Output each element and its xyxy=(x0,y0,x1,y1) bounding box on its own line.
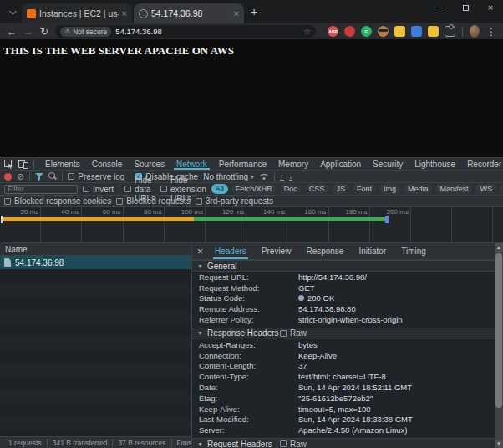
record-button[interactable] xyxy=(4,173,12,181)
header-value: GET xyxy=(298,283,495,293)
browser-menu-button[interactable]: ⋮ xyxy=(486,26,496,38)
raw-checkbox[interactable] xyxy=(280,440,287,447)
details-tab-response[interactable]: Response xyxy=(299,243,350,259)
browser-toolbar: ← → ↻ ⚠ Not secure 54.174.36.98 ☆ ABPG..… xyxy=(0,23,503,39)
devtools-tab-security[interactable]: Security xyxy=(367,158,409,170)
throttling-dropdown[interactable]: No throttling ▾ xyxy=(203,172,254,181)
devtools-tab-application[interactable]: Application xyxy=(314,158,367,170)
screenshot-icon[interactable]: ... xyxy=(394,26,405,37)
preserve-log-toggle[interactable]: Preserve log xyxy=(68,172,124,181)
inspect-element-icon[interactable] xyxy=(4,160,13,169)
devtools-tab-recorder[interactable]: RecorderΔ xyxy=(461,158,503,170)
browser-tab[interactable]: 54.174.36.98× xyxy=(134,3,244,23)
header-row: Referrer Policy:strict-origin-when-cross… xyxy=(192,314,495,325)
hide-data-urls-checkbox[interactable] xyxy=(124,186,131,192)
clear-icon[interactable]: ⊘ xyxy=(17,172,24,181)
hide-extension-urls-checkbox[interactable] xyxy=(160,186,167,192)
details-tab-headers[interactable]: Headers xyxy=(208,243,253,259)
tab-search-button[interactable] xyxy=(5,6,18,19)
column-header-name[interactable]: Name xyxy=(0,243,191,256)
invert-checkbox[interactable] xyxy=(83,186,89,192)
new-tab-button[interactable]: + xyxy=(251,5,257,18)
section-header[interactable]: ▼General xyxy=(192,260,495,272)
timeline-gridline: 140 ms xyxy=(246,207,287,242)
sticky-note-icon[interactable] xyxy=(428,26,439,37)
minimize-button[interactable]: − xyxy=(428,0,453,15)
devtools-tab-lighthouse[interactable]: Lighthouse xyxy=(409,158,461,170)
bookmark-star-icon[interactable]: ☆ xyxy=(303,27,311,36)
type-chip-css[interactable]: CSS xyxy=(305,184,329,194)
option-toggle[interactable]: Blocked response cookies xyxy=(4,196,111,206)
extensions-puzzle-icon[interactable] xyxy=(445,26,455,37)
raw-checkbox[interactable] xyxy=(280,330,287,337)
close-window-button[interactable]: × xyxy=(478,0,503,15)
scrollbar-thumb[interactable] xyxy=(495,253,502,408)
type-chip-doc[interactable]: Doc xyxy=(280,184,302,194)
forward-button[interactable]: → xyxy=(23,27,33,37)
type-chip-manifest[interactable]: Manifest xyxy=(435,184,472,194)
security-chip[interactable]: ⚠ Not secure xyxy=(60,27,111,37)
option-checkbox[interactable] xyxy=(116,198,123,205)
disguise-icon[interactable] xyxy=(378,26,389,37)
filter-input[interactable] xyxy=(4,185,78,194)
type-chip-fetchxhr[interactable]: Fetch/XHR xyxy=(231,184,277,194)
details-scrollbar[interactable]: ▴ ▾ xyxy=(495,243,503,448)
type-chip-wasm[interactable]: Wasm xyxy=(500,184,503,194)
device-toolbar-icon[interactable] xyxy=(18,160,28,169)
network-conditions-icon[interactable] xyxy=(259,172,269,181)
type-chip-media[interactable]: Media xyxy=(404,184,433,194)
filter-toggle-icon[interactable] xyxy=(35,173,43,181)
close-details-icon[interactable]: × xyxy=(197,246,203,257)
option-checkbox[interactable] xyxy=(4,198,11,205)
address-bar[interactable]: ⚠ Not secure 54.174.36.98 ☆ xyxy=(55,25,316,38)
adblock-plus-icon[interactable]: ABP xyxy=(328,26,338,37)
preserve-log-checkbox[interactable] xyxy=(68,173,74,180)
back-button[interactable]: ← xyxy=(7,27,17,37)
profile-avatar[interactable] xyxy=(470,25,480,38)
docs-icon[interactable] xyxy=(411,26,422,37)
timeline-tick-label: 180 ms xyxy=(345,208,367,216)
option-checkbox[interactable] xyxy=(196,198,202,205)
tab-close-icon[interactable]: × xyxy=(234,8,239,18)
maximize-button[interactable] xyxy=(453,0,478,15)
scroll-down-icon[interactable]: ▾ xyxy=(495,440,503,448)
devtools-tab-performance[interactable]: Performance xyxy=(213,158,272,170)
type-chip-all[interactable]: All xyxy=(211,184,228,194)
raw-toggle[interactable]: Raw xyxy=(280,328,307,338)
section-header[interactable]: ▼Response HeadersRaw xyxy=(192,328,495,339)
headers-sections: ▼GeneralRequest URL:http://54.174.36.98/… xyxy=(192,260,495,448)
invert-toggle[interactable]: Invert xyxy=(83,185,114,194)
type-chip-js[interactable]: JS xyxy=(332,184,349,194)
network-overview-timeline[interactable]: 20 ms40 ms60 ms80 ms100 ms120 ms140 ms16… xyxy=(0,207,503,243)
section-header[interactable]: ▼Request HeadersRaw xyxy=(192,438,495,448)
grammarly-icon[interactable]: G xyxy=(361,26,372,37)
details-tab-initiator[interactable]: Initiator xyxy=(352,243,393,259)
timeline-tick-label: 80 ms xyxy=(144,208,162,216)
devtools-tab-network[interactable]: Network xyxy=(170,158,213,170)
type-chip-ws[interactable]: WS xyxy=(475,184,496,194)
timeline-tick-label: 40 ms xyxy=(62,208,80,216)
devtools-tab-memory[interactable]: Memory xyxy=(272,158,314,170)
tab-close-icon[interactable]: × xyxy=(122,8,127,18)
reload-button[interactable]: ↻ xyxy=(40,27,48,37)
request-row[interactable]: 54.174.36.98 xyxy=(0,256,191,269)
adblock-icon[interactable] xyxy=(344,26,355,37)
type-chip-font[interactable]: Font xyxy=(353,184,376,194)
timeline-gridline: 60 ms xyxy=(82,207,123,242)
devtools-tab-sources[interactable]: Sources xyxy=(128,158,170,170)
devtools-tab-elements[interactable]: Elements xyxy=(39,158,86,170)
option-toggle[interactable]: 3rd-party requests xyxy=(196,196,273,206)
browser-tab[interactable]: Instances | EC2 | us-east-1× xyxy=(22,3,132,23)
search-icon[interactable] xyxy=(48,172,57,181)
scroll-up-icon[interactable]: ▴ xyxy=(495,243,503,252)
header-name: Server: xyxy=(192,425,298,435)
devtools-tab-console[interactable]: Console xyxy=(86,158,129,170)
raw-toggle[interactable]: Raw xyxy=(280,440,307,448)
details-tab-timing[interactable]: Timing xyxy=(394,243,433,259)
import-har-icon[interactable]: ↑ xyxy=(280,173,284,181)
preserve-log-label: Preserve log xyxy=(78,172,124,181)
details-tab-preview[interactable]: Preview xyxy=(255,243,298,259)
type-chip-img[interactable]: Img xyxy=(379,184,400,194)
export-har-icon[interactable]: ↓ xyxy=(289,173,293,181)
option-toggle[interactable]: Blocked requests xyxy=(116,196,191,206)
